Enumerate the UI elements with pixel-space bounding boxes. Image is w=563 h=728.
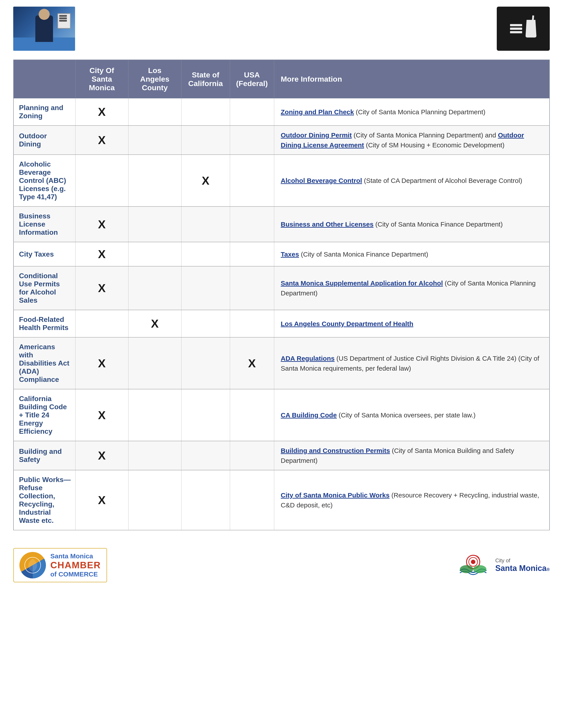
check-cell-state_check — [181, 206, 230, 242]
x-mark: X — [98, 494, 106, 507]
more-info-link[interactable]: Zoning and Plan Check — [281, 108, 354, 116]
x-mark: X — [202, 174, 209, 187]
more-info-cell[interactable]: Santa Monica Supplemental Application fo… — [274, 266, 550, 310]
col-header-label — [13, 60, 75, 98]
city-logo-svg — [456, 552, 491, 578]
more-info-cell[interactable]: Business and Other Licenses (City of San… — [274, 206, 550, 242]
burger-line-3 — [510, 31, 522, 33]
x-mark: X — [98, 218, 106, 231]
x-mark: X — [98, 248, 106, 261]
row-label-cell: City Taxes — [13, 242, 75, 266]
more-info-link[interactable]: Los Angeles County Department of Health — [281, 320, 414, 327]
check-cell-usa_check — [230, 126, 274, 155]
more-info-link[interactable]: Taxes — [281, 251, 299, 258]
svg-point-5 — [473, 565, 486, 573]
registered-mark: ® — [546, 567, 550, 572]
more-info-link[interactable]: CA Building Code — [281, 411, 337, 419]
check-cell-city_check — [75, 155, 128, 206]
check-cell-city_check: X — [75, 242, 128, 266]
chamber-logo-circle — [19, 552, 46, 578]
more-info-cell[interactable]: Los Angeles County Department of Health — [274, 310, 550, 337]
city-logo-block: City of Santa Monica® — [456, 552, 550, 578]
table-row: Outdoor DiningXOutdoor Dining Permit (Ci… — [13, 126, 550, 155]
col-header-usa: USA (Federal) — [230, 60, 274, 98]
table-row: Alcoholic Beverage Control (ABC) License… — [13, 155, 550, 206]
more-info-link[interactable]: ADA Regulations — [281, 355, 335, 362]
chamber-text-line3: of COMMERCE — [50, 570, 101, 578]
check-cell-usa_check — [230, 441, 274, 470]
check-cell-la_check — [128, 337, 181, 389]
row-label-cell: Outdoor Dining — [13, 126, 75, 155]
table-row: California Building Code + Title 24 Ener… — [13, 389, 550, 441]
person-silhouette — [35, 15, 53, 42]
table-row: Building and SafetyXBuilding and Constru… — [13, 441, 550, 470]
check-cell-city_check: X — [75, 206, 128, 242]
check-cell-usa_check — [230, 470, 274, 530]
more-info-link[interactable]: Business and Other Licenses — [281, 221, 374, 228]
more-info-link[interactable]: Santa Monica Supplemental Application fo… — [281, 280, 443, 287]
row-label-cell: Conditional Use Permits for Alcohol Sale… — [13, 266, 75, 310]
check-cell-city_check — [75, 310, 128, 337]
check-cell-la_check — [128, 155, 181, 206]
table-row: Food-Related Health PermitsXLos Angeles … — [13, 310, 550, 337]
x-mark: X — [98, 409, 106, 422]
more-info-cell[interactable]: Alcohol Beverage Control (State of CA De… — [274, 155, 550, 206]
col-header-la: Los Angeles County — [128, 60, 181, 98]
chamber-text-line2: CHAMBER — [50, 560, 101, 570]
more-info-cell[interactable]: CA Building Code (City of Santa Monica o… — [274, 389, 550, 441]
more-info-cell[interactable]: Zoning and Plan Check (City of Santa Mon… — [274, 98, 550, 126]
more-info-cell[interactable]: ADA Regulations (US Department of Justic… — [274, 337, 550, 389]
check-cell-la_check — [128, 126, 181, 155]
check-cell-city_check: X — [75, 126, 128, 155]
more-info-link[interactable]: Alcohol Beverage Control — [281, 177, 362, 184]
x-mark: X — [98, 105, 106, 118]
burger-line-1 — [510, 24, 522, 26]
more-info-cell[interactable]: Taxes (City of Santa Monica Finance Depa… — [274, 242, 550, 266]
table-row: Public Works—Refuse Collection, Recyclin… — [13, 470, 550, 530]
check-cell-la_check — [128, 242, 181, 266]
check-cell-usa_check: X — [230, 337, 274, 389]
more-info-cell[interactable]: City of Santa Monica Public Works (Resou… — [274, 470, 550, 530]
table-row: City TaxesXTaxes (City of Santa Monica F… — [13, 242, 550, 266]
more-info-plain2: (City of SM Housing + Economic Developme… — [364, 141, 505, 149]
chamber-logo-block: Santa Monica CHAMBER of COMMERCE — [13, 548, 107, 582]
more-info-link[interactable]: Building and Construction Permits — [281, 447, 390, 454]
more-info-plain: (City of Santa Monica Planning Departmen… — [352, 131, 498, 139]
more-info-plain: (City of Santa Monica Planning Departmen… — [354, 108, 485, 116]
col-header-state: State of California — [181, 60, 230, 98]
city-logo-text-block: City of Santa Monica® — [495, 557, 550, 573]
check-line-1 — [59, 15, 67, 17]
page-footer: Santa Monica CHAMBER of COMMERCE City of — [0, 539, 563, 591]
check-cell-city_check: X — [75, 266, 128, 310]
check-cell-la_check — [128, 98, 181, 126]
row-label-cell: California Building Code + Title 24 Ener… — [13, 389, 75, 441]
person-head — [39, 9, 50, 20]
check-line-2 — [59, 17, 67, 19]
svg-point-4 — [460, 565, 473, 573]
row-label-cell: Food-Related Health Permits — [13, 310, 75, 337]
more-info-cell[interactable]: Building and Construction Permits (City … — [274, 441, 550, 470]
check-cell-la_check — [128, 389, 181, 441]
check-cell-usa_check — [230, 242, 274, 266]
more-info-plain: (City of Santa Monica Finance Department… — [374, 221, 503, 228]
header-food-icon — [497, 7, 550, 51]
check-cell-city_check: X — [75, 337, 128, 389]
check-cell-state_check — [181, 266, 230, 310]
check-cell-la_check — [128, 441, 181, 470]
check-cell-usa_check — [230, 98, 274, 126]
table-row: Conditional Use Permits for Alcohol Sale… — [13, 266, 550, 310]
more-info-link[interactable]: City of Santa Monica Public Works — [281, 492, 390, 499]
more-info-link[interactable]: Outdoor Dining Permit — [281, 131, 352, 139]
row-label-cell: Building and Safety — [13, 441, 75, 470]
header-checklist-image — [13, 7, 75, 51]
check-cell-state_check — [181, 126, 230, 155]
checklist-icon — [57, 13, 71, 29]
more-info-plain: (City of Santa Monica oversees, per stat… — [337, 411, 476, 419]
chamber-text-line1: Santa Monica — [50, 552, 101, 560]
table-row: Business License InformationXBusiness an… — [13, 206, 550, 242]
check-cell-state_check — [181, 389, 230, 441]
check-cell-usa_check — [230, 266, 274, 310]
more-info-cell[interactable]: Outdoor Dining Permit (City of Santa Mon… — [274, 126, 550, 155]
burger-line-2 — [510, 28, 522, 30]
table-row: Americans with Disabilities Act (ADA) Co… — [13, 337, 550, 389]
